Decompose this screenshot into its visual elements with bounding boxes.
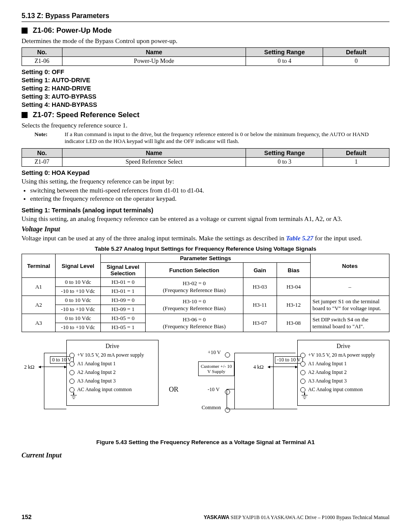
th-siglevel: Signal Level xyxy=(56,254,100,278)
cell: H3-05 = 1 xyxy=(100,323,145,332)
term-pv: +V 10.5 V, 20 mA power supply xyxy=(77,352,144,358)
z107-title: Z1-07: Speed Reference Select xyxy=(33,111,140,119)
diagram-right: 4 kΩ -10 to 10 V Drive +V 10.5 V, 20 mA … xyxy=(253,340,387,417)
note-text: If a Run command is input to the drive, … xyxy=(65,131,389,145)
terminal-icon xyxy=(300,387,305,392)
cell: H3-01 = 0 xyxy=(100,278,145,287)
cell: H3-07 xyxy=(243,314,277,332)
z106-title: Z1-06: Power-Up Mode xyxy=(33,26,112,35)
drive-title: Drive xyxy=(69,343,156,350)
table-527-title: Table 5.27 Analog Input Settings for Fre… xyxy=(22,246,389,252)
terminal-icon xyxy=(300,361,305,367)
cell: H3-03 xyxy=(243,278,277,296)
th-name: Name xyxy=(62,48,246,57)
common: Common xyxy=(202,404,221,411)
cell: H3-04 xyxy=(277,278,310,296)
note: Note: If a Run command is input to the d… xyxy=(34,131,389,145)
cell-terminal: A3 xyxy=(22,314,56,332)
cell-func-a: H3-10 = 0 xyxy=(183,298,206,305)
th-func: Function Selection xyxy=(146,263,243,278)
th-gain: Gain xyxy=(243,263,277,278)
cell: H3-05 = 0 xyxy=(100,314,145,323)
table-ref-link[interactable]: Table 5.27 xyxy=(286,235,314,242)
term-a1: A1 Analog Input 1 xyxy=(308,361,347,367)
terminal-icon xyxy=(225,389,230,395)
z106-desc: Determines the mode of the Bypass Contro… xyxy=(22,37,389,45)
terminal-icon xyxy=(300,370,305,375)
cell: H3-09 = 0 xyxy=(100,296,145,305)
term-pv: +V 10.5 V, 20 mA power supply xyxy=(308,352,375,358)
rule xyxy=(22,22,389,22)
current-heading: Current Input xyxy=(22,451,389,459)
setting1-heading: Setting 1: Terminals (analog input termi… xyxy=(22,207,389,214)
table-row: Z1-07 Speed Reference Select 0 to 3 1 xyxy=(22,158,389,167)
n10v: -10 V xyxy=(208,386,219,393)
th-range: Setting Range xyxy=(246,48,323,57)
drive-box: Drive +V 10.5 V, 20 mA power supply A1 A… xyxy=(297,340,389,406)
term-a2: A2 Analog Input 2 xyxy=(77,369,116,376)
footer-ref: YASKAWA SIEP YAIP1B 01A YASKAWA AC Drive… xyxy=(204,514,389,521)
cell: Z1-07 xyxy=(22,158,62,167)
term-a1: A1 Analog Input 1 xyxy=(77,361,116,367)
drive-title: Drive xyxy=(300,343,386,350)
cell: H3-08 xyxy=(277,314,310,332)
setting: Setting 0: OFF xyxy=(22,68,389,75)
footer-text: SIEP YAIP1B 01A YASKAWA AC Drive – P1000… xyxy=(229,514,389,520)
cell-terminal: A2 xyxy=(22,296,56,314)
setting0-list: switching between the multi-speed refere… xyxy=(30,187,389,202)
supply-box: Customer +/- 10 V Supply xyxy=(198,361,234,376)
z107-table: No. Name Setting Range Default Z1-07 Spe… xyxy=(22,148,389,167)
setting1-line: Using this setting, an analog frequency … xyxy=(22,215,389,223)
term-a3: A3 Analog Input 3 xyxy=(77,378,116,384)
table-row: A1 0 to 10 Vdc H3-01 = 0 H3-02 = 0 (Freq… xyxy=(22,278,389,287)
cell: 0 to 10 Vdc xyxy=(56,278,100,287)
terminal-icon xyxy=(69,387,75,392)
voltage-line: Voltage input can be used at any of the … xyxy=(22,235,389,242)
th-notes: Notes xyxy=(311,254,389,278)
cell-func-b: (Frequency Reference Bias) xyxy=(163,323,226,330)
cell: Set jumper S1 on the terminal board to "… xyxy=(311,296,389,314)
cell-func-a: H3-02 = 0 xyxy=(183,280,206,286)
cell: -10 to +10 Vdc xyxy=(56,287,100,296)
res-label: 4 kΩ xyxy=(253,364,264,370)
figure-caption: Figure 5.43 Setting the Frequency Refere… xyxy=(22,439,389,445)
drive-box: Drive +V 10.5 V, 20 mA power supply A1 A… xyxy=(66,340,159,406)
cell-func-a: H3-06 = 0 xyxy=(183,316,206,323)
table-row: Z1-06 Power-Up Mode 0 to 4 0 xyxy=(22,57,389,66)
terminal-icon xyxy=(225,408,230,413)
res-label: 2 kΩ xyxy=(24,364,34,370)
table-row: A3 0 to 10 Vdc H3-05 = 0 H3-06 = 0 (Freq… xyxy=(22,314,389,323)
cell: H3-09 = 1 xyxy=(100,305,145,314)
th-default: Default xyxy=(323,48,389,57)
term-a3: A3 Analog Input 3 xyxy=(308,378,347,384)
cell: H3-02 = 0 (Frequency Reference Bias) xyxy=(146,278,243,296)
terminal-icon xyxy=(69,353,75,358)
terminal-icon xyxy=(300,379,305,384)
note-label: Note: xyxy=(34,131,65,145)
table-527: Terminal Signal Level Parameter Settings… xyxy=(22,254,389,332)
th-no: No. xyxy=(22,48,62,57)
th-terminal: Terminal xyxy=(22,254,56,278)
setting: Setting 3: AUTO-BYPASS xyxy=(22,93,389,100)
cell: H3-01 = 1 xyxy=(100,287,145,296)
or-label: OR xyxy=(169,364,178,393)
term-ac: AC Analog input common xyxy=(308,386,363,393)
cell: Z1-06 xyxy=(22,57,62,66)
z107-heading: Z1-07: Speed Reference Select xyxy=(22,111,389,119)
terminal-icon xyxy=(69,370,75,375)
list-item: switching between the multi-speed refere… xyxy=(30,187,389,194)
figure-543: 2 kΩ 0 to 10 V Drive +V 10.5 V, 20 mA po… xyxy=(22,340,389,417)
cell: – xyxy=(311,278,389,296)
cell: -10 to +10 Vdc xyxy=(56,305,100,314)
cell-terminal: A1 xyxy=(22,278,56,296)
cell: H3-11 xyxy=(243,296,277,314)
z107-desc: Selects the frequency reference source 1… xyxy=(22,122,389,129)
p10v: +10 V xyxy=(208,349,221,356)
cell: Set DIP switch S4 on the terminal board … xyxy=(311,314,389,332)
setting0-line: Using this setting, the frequency refere… xyxy=(22,178,389,185)
terminal-icon xyxy=(69,379,75,384)
cell: 1 xyxy=(323,158,389,167)
voltage-line-a: Voltage input can be used at any of the … xyxy=(22,235,286,242)
cell: -10 to +10 Vdc xyxy=(56,323,100,332)
cell: 0 to 10 Vdc xyxy=(56,296,100,305)
